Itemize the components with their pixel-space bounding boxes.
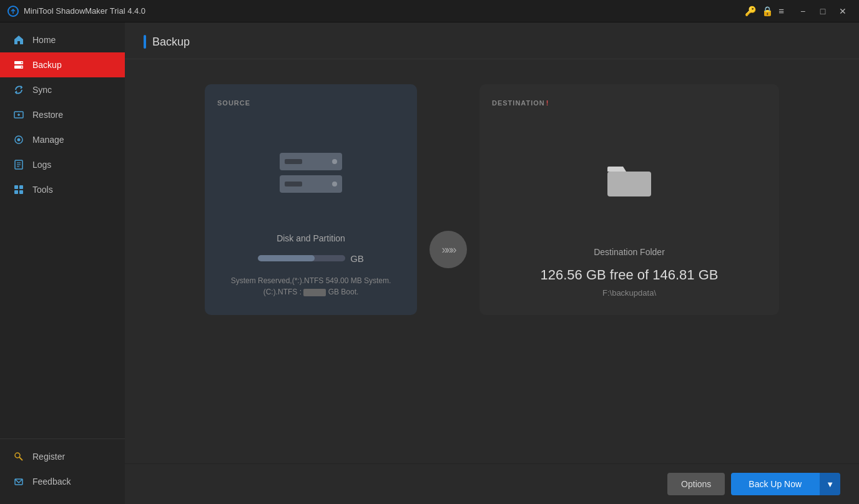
source-card-label: Disk and Partition xyxy=(277,233,345,243)
arrow-button[interactable]: »»» xyxy=(430,231,467,268)
disk-slot-2 xyxy=(285,182,302,187)
manage-icon xyxy=(12,133,25,146)
sidebar-nav: Home Backup xyxy=(0,27,125,439)
mail-icon xyxy=(12,475,25,488)
sidebar-label-manage: Manage xyxy=(32,135,64,145)
disk-dot-1 xyxy=(332,159,337,164)
sidebar-label-logs: Logs xyxy=(32,160,51,170)
sync-icon xyxy=(12,84,25,96)
sidebar-item-tools[interactable]: Tools xyxy=(0,177,125,202)
source-detail: System Reserved,(*:).NTFS 549.00 MB Syst… xyxy=(231,275,391,298)
header-accent-bar xyxy=(144,35,146,49)
tools-icon xyxy=(12,183,25,196)
destination-card[interactable]: DESTINATION! Destination Folder 126.56 G… xyxy=(479,84,779,315)
disk-platter-1 xyxy=(280,153,342,170)
options-button[interactable]: Options xyxy=(667,473,725,495)
backup-dropdown-button[interactable]: ▼ xyxy=(819,473,840,495)
sidebar-label-register: Register xyxy=(32,452,65,462)
home-icon xyxy=(12,34,25,46)
disk-slot-1 xyxy=(285,159,302,164)
source-card[interactable]: SOURCE Disk an xyxy=(205,84,417,315)
source-size-fill xyxy=(258,255,315,261)
svg-rect-13 xyxy=(19,185,23,189)
app-title: MiniTool ShadowMaker Trial 4.4.0 xyxy=(24,6,745,16)
sidebar-label-backup: Backup xyxy=(32,60,62,70)
svg-line-17 xyxy=(19,457,22,460)
lock-icon[interactable]: 🔒 xyxy=(762,6,773,17)
dest-badge: ! xyxy=(546,99,549,107)
window-controls: − □ ✕ xyxy=(794,2,852,20)
sidebar-label-restore: Restore xyxy=(32,110,63,120)
destination-card-label: Destination Folder xyxy=(594,247,665,257)
sidebar-item-register[interactable]: Register xyxy=(0,444,125,469)
sidebar: Home Backup xyxy=(0,22,125,504)
svg-point-16 xyxy=(15,453,20,458)
page-header: Backup xyxy=(125,22,859,59)
source-size-text: GB xyxy=(350,253,364,264)
backup-button-group: Back Up Now ▼ xyxy=(731,473,840,495)
destination-label: DESTINATION! xyxy=(492,99,549,107)
sidebar-label-feedback: Feedback xyxy=(32,477,71,487)
sidebar-label-tools: Tools xyxy=(32,185,53,195)
restore-icon xyxy=(12,109,25,121)
app-body: Home Backup xyxy=(0,22,859,504)
disk-icon xyxy=(280,153,342,193)
sidebar-item-restore[interactable]: Restore xyxy=(0,102,125,127)
menu-icon[interactable]: ≡ xyxy=(778,6,784,16)
svg-rect-14 xyxy=(14,190,18,194)
svg-rect-12 xyxy=(14,185,18,189)
redacted-size xyxy=(303,289,326,296)
backup-now-button[interactable]: Back Up Now xyxy=(731,473,819,495)
content-area: SOURCE Disk an xyxy=(125,59,859,463)
logs-icon xyxy=(12,158,25,171)
source-detail-line1: System Reserved,(*:).NTFS 549.00 MB Syst… xyxy=(231,276,391,285)
key-icon xyxy=(12,450,25,463)
main-content: Backup SOURCE xyxy=(125,22,859,504)
destination-free-size: 126.56 GB free of 146.81 GB xyxy=(541,267,719,283)
sidebar-bottom: Register Feedback xyxy=(0,439,125,504)
sidebar-label-sync: Sync xyxy=(32,85,52,95)
svg-rect-15 xyxy=(19,190,23,194)
title-bar: MiniTool ShadowMaker Trial 4.4.0 🔑 🔒 ≡ −… xyxy=(0,0,859,22)
source-size-bar xyxy=(258,255,345,261)
svg-point-3 xyxy=(21,62,22,64)
source-icon-area xyxy=(280,122,342,223)
close-button[interactable]: ✕ xyxy=(834,2,852,20)
cards-row: SOURCE Disk an xyxy=(150,84,834,315)
page-title: Backup xyxy=(152,36,190,49)
backup-icon xyxy=(12,59,25,71)
minimize-button[interactable]: − xyxy=(794,2,812,20)
source-label: SOURCE xyxy=(217,99,250,107)
sidebar-item-manage[interactable]: Manage xyxy=(0,127,125,152)
title-bar-utility-icons: 🔑 🔒 ≡ xyxy=(745,6,784,17)
maximize-button[interactable]: □ xyxy=(814,2,832,20)
source-detail-line2: (C:).NTFS : GB Boot. xyxy=(263,288,359,296)
sidebar-label-home: Home xyxy=(32,35,56,45)
key-icon[interactable]: 🔑 xyxy=(745,6,757,17)
app-icon xyxy=(7,6,19,17)
svg-rect-19 xyxy=(607,172,651,196)
sidebar-item-home[interactable]: Home xyxy=(0,27,125,52)
sidebar-item-sync[interactable]: Sync xyxy=(0,77,125,102)
destination-icon-area xyxy=(604,122,654,237)
folder-icon xyxy=(604,159,654,200)
sidebar-item-logs[interactable]: Logs xyxy=(0,152,125,177)
destination-path: F:\backupdata\ xyxy=(602,288,656,298)
svg-point-7 xyxy=(17,138,21,142)
arrow-chevrons: »»» xyxy=(441,243,454,256)
svg-point-4 xyxy=(21,67,22,68)
sidebar-item-feedback[interactable]: Feedback xyxy=(0,469,125,494)
sidebar-item-backup[interactable]: Backup xyxy=(0,52,125,77)
bottom-bar: Options Back Up Now ▼ xyxy=(125,463,859,504)
disk-dot-2 xyxy=(332,182,337,187)
disk-platter-2 xyxy=(280,175,342,193)
